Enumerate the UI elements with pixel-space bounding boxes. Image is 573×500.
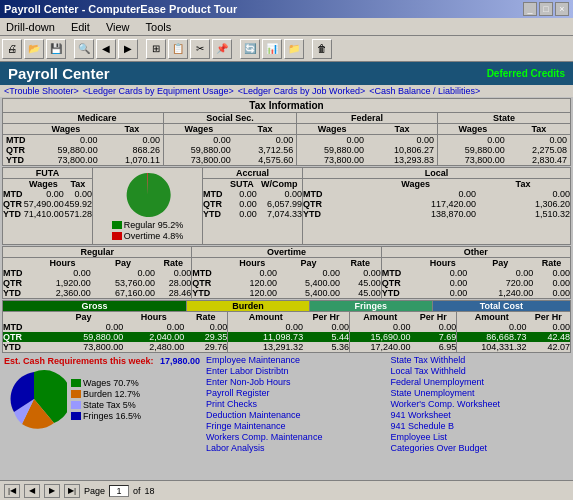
table-row: MTD 0.00 0.00 — [203, 189, 302, 199]
toolbar-btn-5[interactable]: ◀ — [96, 39, 116, 59]
totalcost-header: Total Cost — [433, 301, 570, 311]
toolbar-btn-12[interactable]: 📊 — [262, 39, 282, 59]
nav-ledger-equip[interactable]: <Ledger Cards by Equipment Usage> — [83, 86, 234, 96]
fed-wages-col: Wages — [297, 124, 367, 135]
menu-bar: Drill-down Edit View Tools — [0, 18, 573, 36]
accrual-label: Accrual — [203, 168, 302, 179]
nav-next-button[interactable]: ▶ — [44, 484, 60, 498]
maximize-button[interactable]: □ — [539, 2, 553, 16]
link-state-unemp[interactable]: State Unemployment — [391, 388, 572, 399]
link-non-job-hours[interactable]: Enter Non-Job Hours — [206, 377, 387, 388]
table-row: YTD 0.00 7,074.33 — [203, 209, 302, 219]
link-print-checks[interactable]: Print Checks — [206, 399, 387, 410]
futa-accrual-section: FUTA WagesTax MTD 0.00 0.00 QTR 57,490.0… — [2, 167, 571, 245]
link-workers-comp-ws[interactable]: Worker's Comp. Worksheet — [391, 399, 572, 410]
link-fringe-maint[interactable]: Fringe Maintenance — [206, 421, 387, 432]
gbft-sub-header: Pay Hours Rate Amount Per Hr Amount Per … — [3, 312, 570, 322]
med-tax-col: Tax — [101, 124, 164, 135]
cash-req-label: Est. Cash Requirements this week: — [4, 356, 154, 366]
page-title: Payroll Center — [8, 65, 110, 82]
minimize-button[interactable]: _ — [523, 2, 537, 16]
med-wages-col: Wages — [31, 124, 101, 135]
legend-wages-swatch — [71, 379, 81, 387]
toolbar-btn-3[interactable]: 💾 — [46, 39, 66, 59]
ss-tax-col: Tax — [234, 124, 297, 135]
pie-chart-2-area: Wages 70.7% Burden 12.7% State Tax 5% Fr… — [2, 367, 202, 432]
page-label: Page — [84, 486, 105, 496]
title-bar-text: Payroll Center - ComputerEase Product To… — [4, 3, 237, 15]
link-labor-analysis[interactable]: Labor Analysis — [206, 443, 387, 454]
nav-first-button[interactable]: |◀ — [4, 484, 20, 498]
local-label: Local — [303, 168, 570, 179]
table-row: YTD 138,870.00 1,510.32 — [303, 209, 570, 219]
table-row: QTR1,920.0053,760.0028.00 — [3, 278, 191, 288]
title-bar: Payroll Center - ComputerEase Product To… — [0, 0, 573, 18]
state-header: State — [437, 113, 570, 124]
toolbar-btn-7[interactable]: ⊞ — [146, 39, 166, 59]
table-row: QTR120.005,400.0045.00 — [192, 278, 380, 288]
table-row: QTR 0.00 6,057.99 — [203, 199, 302, 209]
menu-drilldown[interactable]: Drill-down — [2, 20, 59, 34]
table-row: QTR 59,880.00 2,040.00 29.35 11,098.73 5… — [3, 332, 570, 342]
nav-cash-balance[interactable]: <Cash Balance / Liabilities> — [369, 86, 480, 96]
link-941-sched-b[interactable]: 941 Schedule B — [391, 421, 572, 432]
toolbar-btn-4[interactable]: 🔍 — [74, 39, 94, 59]
legend-statetax-label: State Tax 5% — [83, 400, 136, 410]
menu-view[interactable]: View — [102, 20, 134, 34]
legend-burden-swatch — [71, 390, 81, 398]
st-wages-col: Wages — [437, 124, 507, 135]
table-row: YTD 73,800.00 2,480.00 29.76 13,291.32 5… — [3, 342, 570, 352]
toolbar-btn-14[interactable]: 🗑 — [312, 39, 332, 59]
link-categories-over[interactable]: Categories Over Budget — [391, 443, 572, 454]
link-state-tax[interactable]: State Tax Withheld — [391, 355, 572, 366]
regular-header: Regular — [3, 247, 192, 258]
toolbar-btn-6[interactable]: ▶ — [118, 39, 138, 59]
left-links-section: Employee Maintenance Enter Labor Distrib… — [206, 355, 387, 454]
menu-edit[interactable]: Edit — [67, 20, 94, 34]
link-deduction-maint[interactable]: Deduction Maintenance — [206, 410, 387, 421]
link-941-ws[interactable]: 941 Worksheet — [391, 410, 572, 421]
page-number[interactable]: 1 — [109, 485, 129, 497]
legend-fringes-label: Fringes 16.5% — [83, 411, 141, 421]
table-row: QTR 59,880.00 868.26 59,880.00 3,712.56 … — [3, 145, 570, 155]
nav-links: <Trouble Shooter> <Ledger Cards by Equip… — [0, 85, 573, 97]
nav-prev-button[interactable]: ◀ — [24, 484, 40, 498]
overtime-table: HoursPayRate MTD0.000.000.00 QTR120.005,… — [192, 258, 380, 298]
toolbar-btn-11[interactable]: 🔄 — [240, 39, 260, 59]
close-button[interactable]: × — [555, 2, 569, 16]
toolbar-btn-13[interactable]: 📁 — [284, 39, 304, 59]
nav-last-button[interactable]: ▶| — [64, 484, 80, 498]
roo-section: Regular Overtime Other HoursPayRate MTD0… — [2, 246, 571, 299]
cash-req-row: Est. Cash Requirements this week: 17,980… — [2, 355, 202, 367]
link-local-tax[interactable]: Local Tax Withheld — [391, 366, 572, 377]
toolbar-btn-2[interactable]: 📂 — [24, 39, 44, 59]
toolbar-btn-1[interactable]: 🖨 — [2, 39, 22, 59]
overtime-header: Overtime — [192, 247, 381, 258]
link-federal-unemp[interactable]: Federal Unemployment — [391, 377, 572, 388]
link-employee-list[interactable]: Employee List — [391, 432, 572, 443]
of-label: of — [133, 486, 141, 496]
link-payroll-register[interactable]: Payroll Register — [206, 388, 387, 399]
link-employee-maint[interactable]: Employee Maintenance — [206, 355, 387, 366]
legend-burden-label: Burden 12.7% — [83, 389, 140, 399]
pie-legend-1: Regular 95.2% Overtime 4.8% — [112, 220, 184, 242]
cash-req-value: 17,980.00 — [160, 356, 200, 366]
bottom-section: Est. Cash Requirements this week: 17,980… — [0, 354, 573, 455]
link-workers-comp[interactable]: Workers Comp. Maintenance — [206, 432, 387, 443]
accrual-table: SUTAW/Comp MTD 0.00 0.00 QTR 0.00 6,057.… — [203, 179, 302, 219]
st-tax-col: Tax — [508, 124, 570, 135]
nav-ledger-job[interactable]: <Ledger Cards by Job Worked> — [238, 86, 365, 96]
toolbar-btn-10[interactable]: 📌 — [212, 39, 232, 59]
link-enter-labor[interactable]: Enter Labor Distribtn — [206, 366, 387, 377]
pie-chart-1: Regular 95.2% Overtime 4.8% — [93, 168, 203, 244]
gbft-table: Pay Hours Rate Amount Per Hr Amount Per … — [3, 312, 570, 352]
ss-wages-col: Wages — [163, 124, 233, 135]
accrual-block: Accrual SUTAW/Comp MTD 0.00 0.00 QTR 0.0… — [203, 168, 303, 244]
toolbar-btn-9[interactable]: ✂ — [190, 39, 210, 59]
socialsec-header: Social Sec. — [163, 113, 296, 124]
table-row: QTR 117,420.00 1,306.20 — [303, 199, 570, 209]
nav-trouble[interactable]: <Trouble Shooter> — [4, 86, 79, 96]
toolbar-btn-8[interactable]: 📋 — [168, 39, 188, 59]
menu-tools[interactable]: Tools — [142, 20, 176, 34]
table-row: MTD0.000.000.00 — [3, 268, 191, 278]
